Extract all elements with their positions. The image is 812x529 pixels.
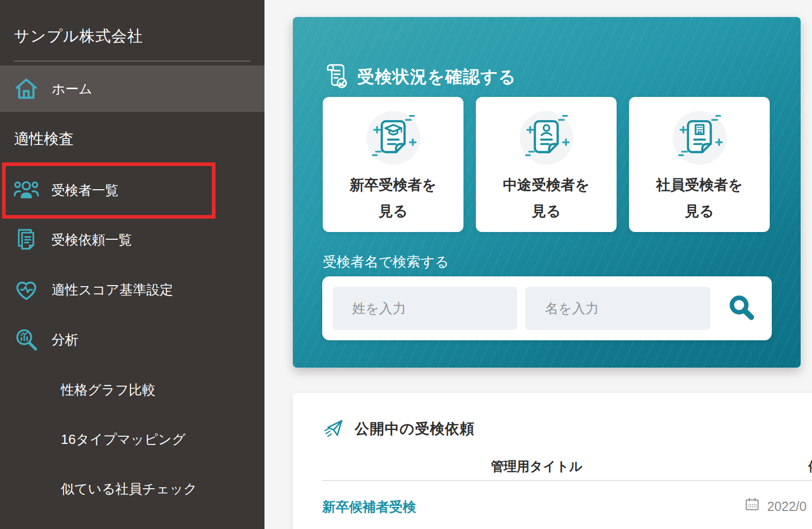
search-icon xyxy=(727,293,756,324)
sidebar-section-label: 適性検査 xyxy=(14,129,74,150)
last-name-input[interactable] xyxy=(333,287,517,330)
sidebar-subitem-label: 16タイプマッピング xyxy=(61,431,186,449)
sidebar-subitem-label: 性格グラフ比較 xyxy=(61,381,156,399)
document-building-icon xyxy=(666,105,733,172)
card-label-line2: 見る xyxy=(476,202,617,221)
requests-panel-title: 公開中の受検依頼 xyxy=(322,417,475,441)
sidebar-subitem-16type-mapping[interactable]: 16タイプマッピング xyxy=(0,425,264,454)
shortcut-cards: 新卒受検者を 見る xyxy=(323,97,770,232)
scroll-check-icon xyxy=(322,62,348,91)
search-section-label: 受検者名で検索する xyxy=(323,253,449,271)
column-header-request-date: 依頼日 xyxy=(808,458,812,475)
requests-panel: 公開中の受検依頼 管理用タイトル 依頼日 新卒候補者受検 2022/0 xyxy=(293,393,812,529)
status-panel-title: 受検状況を確認する xyxy=(322,62,516,91)
card-label-line1: 新卒受検者を xyxy=(323,175,463,195)
sidebar-item-analysis[interactable]: 分析 xyxy=(0,317,264,363)
table-header-divider xyxy=(322,480,812,481)
sidebar-divider xyxy=(14,61,250,61)
card-label-line2: 見る xyxy=(629,202,770,221)
documents-icon xyxy=(13,227,39,253)
card-midcareer-examinees[interactable]: 中途受検者を 見る xyxy=(476,97,617,232)
card-label-line1: 中途受検者を xyxy=(476,175,617,195)
sidebar-item-label: 分析 xyxy=(52,331,78,349)
company-name: サンプル株式会社 xyxy=(14,26,143,47)
card-newgrad-examinees[interactable]: 新卒受検者を 見る xyxy=(323,97,463,232)
sidebar-item-home[interactable]: ホーム xyxy=(0,65,264,112)
sidebar: サンプル株式会社 ホーム 適性検査 xyxy=(0,0,264,529)
home-icon xyxy=(13,76,39,102)
users-icon xyxy=(13,177,39,203)
heart-pulse-icon xyxy=(13,277,39,303)
sidebar-item-score-settings[interactable]: 適性スコア基準設定 xyxy=(0,267,264,313)
paper-plane-icon xyxy=(322,417,344,441)
card-employee-examinees[interactable]: 社員受検者を 見る xyxy=(629,97,770,232)
sidebar-item-label: 受検者一覧 xyxy=(52,181,119,200)
request-row-link[interactable]: 新卒候補者受検 xyxy=(322,498,416,516)
analysis-magnifier-icon xyxy=(13,327,39,353)
calendar-icon xyxy=(745,497,759,514)
sidebar-subitem-similar-employee[interactable]: 似ている社員チェック xyxy=(0,474,264,503)
document-person-icon xyxy=(513,105,580,172)
examinee-search-box xyxy=(322,276,772,340)
sidebar-item-label: 適性スコア基準設定 xyxy=(52,281,173,299)
sidebar-item-request-list[interactable]: 受検依頼一覧 xyxy=(0,217,264,263)
column-header-admin-title: 管理用タイトル xyxy=(322,458,751,475)
app-root: サンプル株式会社 ホーム 適性検査 xyxy=(0,0,812,529)
request-row-date: 2022/0 xyxy=(767,499,806,514)
card-label-line2: 見る xyxy=(323,202,463,221)
sidebar-item-label: ホーム xyxy=(52,80,92,98)
document-graduate-icon xyxy=(360,105,427,172)
sidebar-item-examinee-list[interactable]: 受検者一覧 xyxy=(0,167,264,213)
sidebar-subitem-personality-graph[interactable]: 性格グラフ比較 xyxy=(0,375,264,404)
sidebar-subitem-label: 似ている社員チェック xyxy=(61,480,197,498)
status-panel-title-text: 受検状況を確認する xyxy=(357,65,516,89)
status-panel: 受検状況を確認する xyxy=(293,17,801,368)
search-button[interactable] xyxy=(725,292,758,325)
requests-panel-title-text: 公開中の受検依頼 xyxy=(355,419,475,439)
card-label-line1: 社員受検者を xyxy=(629,175,770,195)
first-name-input[interactable] xyxy=(525,287,710,330)
sidebar-item-label: 受検依頼一覧 xyxy=(52,231,132,249)
